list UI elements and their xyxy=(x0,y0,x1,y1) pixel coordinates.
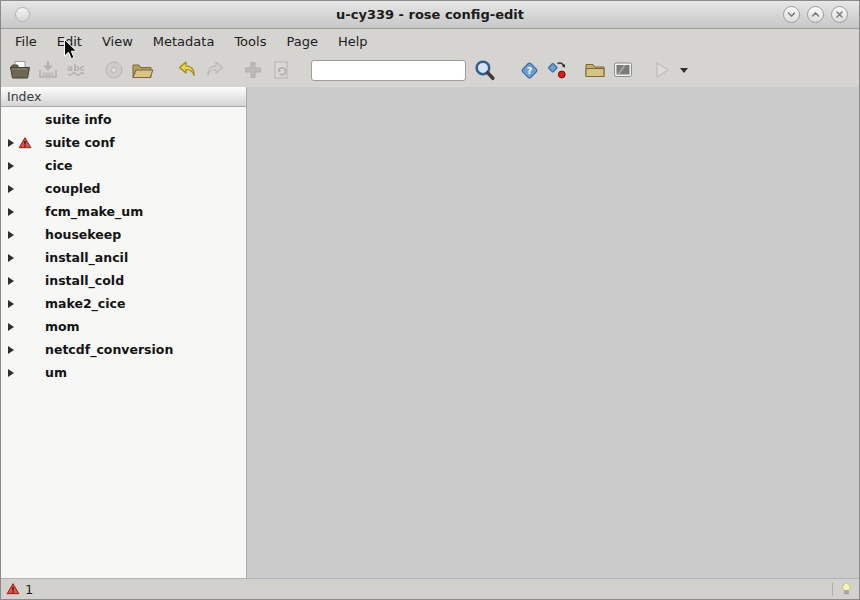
folder-icon xyxy=(583,58,607,82)
tree-item-housekeep[interactable]: housekeep xyxy=(1,223,246,246)
undo-icon xyxy=(175,58,199,82)
expander-icon[interactable] xyxy=(8,185,14,193)
statusbar-right xyxy=(832,581,854,598)
close-icon xyxy=(832,7,847,22)
search-icon xyxy=(472,58,497,83)
svg-text:?: ? xyxy=(527,65,533,76)
redo-icon xyxy=(203,58,227,82)
search-input[interactable] xyxy=(311,60,466,81)
expander-icon[interactable] xyxy=(8,162,14,170)
tree-item-mom[interactable]: mom xyxy=(1,315,246,338)
expander-icon[interactable] xyxy=(8,346,14,354)
expander-icon[interactable] xyxy=(8,139,14,147)
run-suite-options-button[interactable] xyxy=(675,56,693,84)
index-panel-header: Index xyxy=(1,87,246,107)
tree-item-suite-conf[interactable]: suite conf xyxy=(1,131,246,154)
tree-item-make2-cice[interactable]: make2_cice xyxy=(1,292,246,315)
save-icon xyxy=(36,58,60,82)
load-metadata-button xyxy=(100,56,128,84)
tree-item-coupled[interactable]: coupled xyxy=(1,177,246,200)
browse-suite-button[interactable] xyxy=(581,56,609,84)
window-controls xyxy=(783,6,848,23)
app-window: u-cy339 - rose config-edit File Edit Vie… xyxy=(0,0,860,600)
add-button xyxy=(239,56,267,84)
expander-icon[interactable] xyxy=(8,300,14,308)
redo-button xyxy=(201,56,229,84)
transform-macro-button[interactable] xyxy=(543,56,571,84)
minimize-button[interactable] xyxy=(783,6,800,23)
page-tree: suite info suite conf cice xyxy=(1,107,246,578)
menu-view[interactable]: View xyxy=(92,31,143,52)
chevron-down-icon xyxy=(678,64,690,76)
menubar: File Edit View Metadata Tools Page Help xyxy=(1,29,859,53)
expander-icon[interactable] xyxy=(8,254,14,262)
expander-icon[interactable] xyxy=(8,323,14,331)
expander-icon[interactable] xyxy=(8,369,14,377)
run-suite-button xyxy=(647,56,675,84)
tree-item-install-cold[interactable]: install_cold xyxy=(1,269,246,292)
titlebar: u-cy339 - rose config-edit xyxy=(1,1,859,29)
browse-files-button[interactable] xyxy=(128,56,156,84)
warning-icon xyxy=(18,136,32,150)
undo-button[interactable] xyxy=(173,56,201,84)
statusbar: 1 xyxy=(1,578,859,599)
tree-item-cice[interactable]: cice xyxy=(1,154,246,177)
tree-item-install-ancil[interactable]: install_ancil xyxy=(1,246,246,269)
tree-item-netcdf-conversion[interactable]: netcdf_conversion xyxy=(1,338,246,361)
validate-metadata-button[interactable]: ? xyxy=(515,56,543,84)
open-button[interactable] xyxy=(6,56,34,84)
check-document-button: abc xyxy=(62,56,90,84)
expander-icon[interactable] xyxy=(8,208,14,216)
error-count: 1 xyxy=(25,582,33,597)
load-metadata-icon xyxy=(102,58,126,82)
chevron-down-icon xyxy=(784,7,799,22)
tree-item-suite-info[interactable]: suite info xyxy=(1,108,246,131)
content-area: Index suite info suite conf cice xyxy=(1,87,859,578)
toolbar: abc xyxy=(1,53,859,87)
open-icon xyxy=(8,58,32,82)
close-button[interactable] xyxy=(831,6,848,23)
menu-tools[interactable]: Tools xyxy=(224,31,276,52)
save-button xyxy=(34,56,62,84)
main-page-area xyxy=(247,87,859,578)
menu-edit[interactable]: Edit xyxy=(47,31,92,52)
svg-text:abc: abc xyxy=(67,63,85,73)
revert-page-icon xyxy=(269,58,293,82)
statusbar-separator xyxy=(832,583,833,596)
window-title: u-cy339 - rose config-edit xyxy=(1,7,859,22)
menu-metadata[interactable]: Metadata xyxy=(143,31,225,52)
plus-icon xyxy=(241,58,265,82)
monitor-icon xyxy=(611,58,635,82)
transform-macro-icon xyxy=(545,58,569,82)
tree-item-um[interactable]: um xyxy=(1,361,246,384)
menu-help[interactable]: Help xyxy=(328,31,378,52)
warning-icon[interactable] xyxy=(6,582,20,596)
bulb-icon[interactable] xyxy=(839,581,854,598)
expander-icon[interactable] xyxy=(8,277,14,285)
folder-icon xyxy=(130,58,154,82)
play-icon xyxy=(649,58,673,82)
find-button[interactable] xyxy=(470,56,498,84)
view-output-button[interactable] xyxy=(609,56,637,84)
chevron-up-icon xyxy=(808,7,823,22)
validate-diamond-icon: ? xyxy=(517,58,541,82)
revert-page-button xyxy=(267,56,295,84)
expander-icon[interactable] xyxy=(8,231,14,239)
menu-page[interactable]: Page xyxy=(276,31,327,52)
index-panel: Index suite info suite conf cice xyxy=(1,87,247,578)
tree-item-fcm-make-um[interactable]: fcm_make_um xyxy=(1,200,246,223)
check-document-icon: abc xyxy=(64,58,88,82)
maximize-button[interactable] xyxy=(807,6,824,23)
menu-file[interactable]: File xyxy=(5,31,47,52)
